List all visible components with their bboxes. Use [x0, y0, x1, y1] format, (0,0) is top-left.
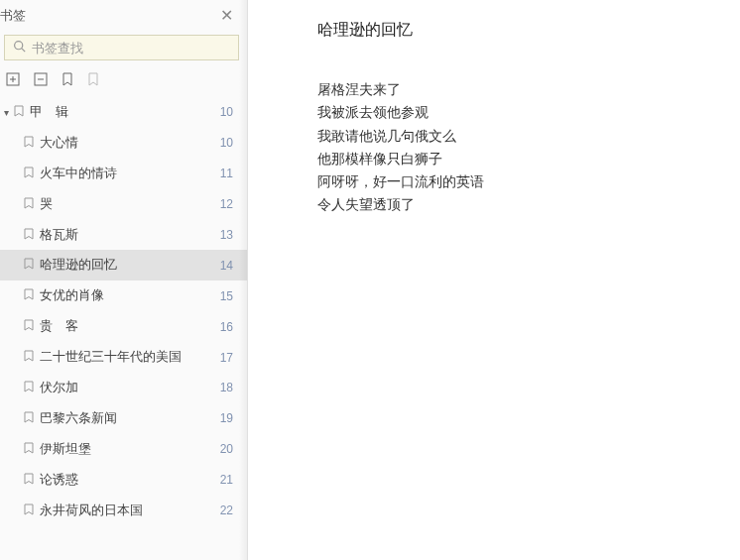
bookmark-outline-icon[interactable] [87, 72, 99, 89]
toc-list[interactable]: ▾甲 辑10大心情10火车中的情诗11哭12格瓦斯13哈理逊的回忆14女优的肖像… [0, 97, 247, 560]
sidebar-tab-label: 书签 [0, 7, 26, 25]
search-input[interactable] [32, 41, 230, 56]
bookmark-icon [14, 105, 24, 120]
add-bookmark-icon[interactable] [6, 72, 20, 89]
toc-item[interactable]: 二十世纪三十年代的美国17 [0, 342, 247, 373]
toc-label: 哈理逊的回忆 [40, 257, 214, 274]
poem-body: 屠格涅夫来了我被派去领他参观我敢请他说几句俄文么他那模样像只白狮子阿呀呀，好一口… [317, 80, 700, 216]
content-area: 哈理逊的回忆 屠格涅夫来了我被派去领他参观我敢请他说几句俄文么他那模样像只白狮子… [248, 0, 740, 560]
toc-page-number: 16 [214, 320, 233, 334]
search-box[interactable] [4, 35, 239, 60]
toc-item[interactable]: 巴黎六条新闻19 [0, 403, 247, 434]
toc-label: 贵 客 [40, 318, 214, 335]
toc-item[interactable]: 女优的肖像15 [0, 280, 247, 311]
toc-item[interactable]: 贵 客16 [0, 311, 247, 342]
chevron-down-icon[interactable]: ▾ [4, 107, 14, 118]
bookmark-icon [24, 167, 34, 181]
toc-page-number: 12 [214, 197, 233, 211]
toc-item[interactable]: ▾甲 辑10 [0, 97, 247, 128]
sidebar: 书签 ✕ ▾甲 辑10大心情10火车中的情诗11哭12格瓦斯13哈理逊的回忆14… [0, 0, 248, 560]
toc-page-number: 10 [214, 136, 233, 150]
bookmark-icon [24, 258, 34, 273]
close-icon[interactable]: ✕ [216, 6, 237, 25]
toc-item[interactable]: 伊斯坦堡20 [0, 434, 247, 465]
toc-label: 大心情 [40, 135, 214, 152]
bookmark-icon [24, 319, 34, 334]
poem-line: 屠格涅夫来了 [317, 80, 700, 100]
toc-item[interactable]: 伏尔加18 [0, 373, 247, 403]
bookmark-icon [24, 442, 34, 457]
bookmark-icon [24, 411, 34, 426]
toc-label: 哭 [40, 196, 214, 213]
bookmark-filled-icon[interactable] [62, 72, 73, 89]
bookmark-icon [24, 197, 34, 212]
toc-label: 巴黎六条新闻 [40, 410, 214, 427]
svg-point-0 [15, 42, 23, 50]
toc-page-number: 17 [214, 351, 233, 365]
bookmark-icon [24, 288, 34, 303]
toc-page-number: 15 [214, 289, 233, 303]
toc-page-number: 22 [214, 504, 233, 517]
search-icon [13, 40, 26, 56]
toc-item[interactable]: 哈理逊的回忆14 [0, 250, 247, 280]
page-title: 哈理逊的回忆 [317, 20, 700, 41]
toc-page-number: 18 [214, 381, 233, 394]
poem-line: 他那模样像只白狮子 [317, 150, 700, 169]
toc-label: 伏尔加 [40, 380, 214, 396]
toc-item[interactable]: 格瓦斯13 [0, 220, 247, 251]
toc-label: 格瓦斯 [40, 227, 214, 244]
toc-label: 二十世纪三十年代的美国 [40, 349, 214, 366]
bookmark-icon [24, 228, 34, 243]
toc-item[interactable]: 大心情10 [0, 128, 247, 159]
toc-page-number: 19 [214, 411, 233, 425]
toc-page-number: 20 [214, 442, 233, 456]
toc-page-number: 13 [214, 228, 233, 242]
toc-page-number: 11 [214, 167, 233, 180]
bookmark-icon [24, 473, 34, 488]
toc-item[interactable]: 永井荷风的日本国22 [0, 496, 247, 526]
svg-line-1 [22, 49, 25, 52]
toc-page-number: 14 [214, 259, 233, 273]
toc-item[interactable]: 火车中的情诗11 [0, 159, 247, 189]
toc-item[interactable]: 哭12 [0, 189, 247, 220]
toc-label: 伊斯坦堡 [40, 441, 214, 458]
poem-line: 我被派去领他参观 [317, 103, 700, 123]
toc-label: 女优的肖像 [40, 287, 214, 304]
poem-line: 阿呀呀，好一口流利的英语 [317, 172, 700, 192]
poem-line: 令人失望透顶了 [317, 195, 700, 215]
bookmark-icon [24, 136, 34, 151]
toc-page-number: 21 [214, 473, 233, 487]
remove-bookmark-icon[interactable] [34, 72, 48, 89]
bookmark-icon [24, 350, 34, 365]
toc-page-number: 10 [214, 105, 233, 119]
toc-label: 甲 辑 [30, 104, 214, 121]
sidebar-header: 书签 ✕ [0, 0, 247, 31]
toc-item[interactable]: 论诱惑21 [0, 465, 247, 496]
bookmark-icon [24, 504, 34, 518]
poem-line: 我敢请他说几句俄文么 [317, 127, 700, 147]
bookmark-icon [24, 381, 34, 395]
toc-label: 火车中的情诗 [40, 166, 214, 182]
sidebar-toolbar [0, 68, 247, 97]
toc-label: 永井荷风的日本国 [40, 503, 214, 519]
toc-label: 论诱惑 [40, 472, 214, 489]
